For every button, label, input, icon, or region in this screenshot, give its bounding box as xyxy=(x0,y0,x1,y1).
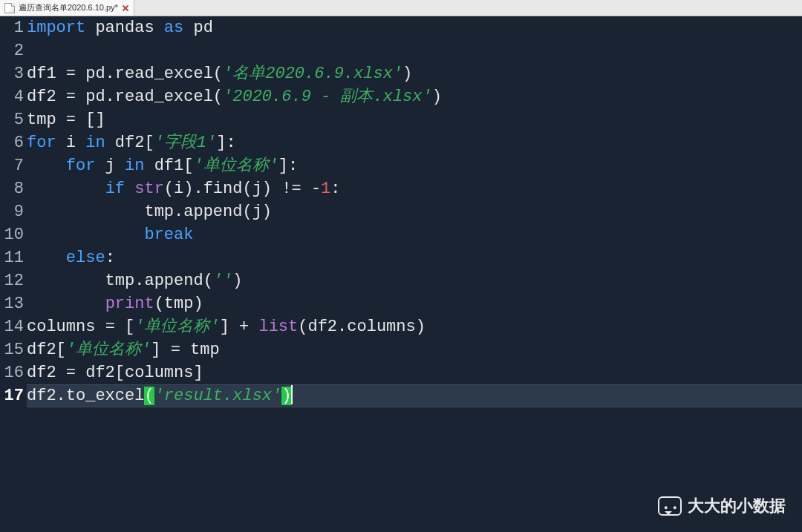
line-number: 16 xyxy=(0,361,24,384)
code-line[interactable]: if str(i).find(j) != -1: xyxy=(27,177,802,200)
token-punct: ) xyxy=(402,65,412,83)
token-ident: : xyxy=(330,180,340,198)
code-line[interactable]: for j in df1['单位名称']: xyxy=(27,154,802,177)
code-line[interactable]: df2 = pd.read_excel('2020.6.9 - 副本.xlsx'… xyxy=(27,85,802,108)
token-ident xyxy=(27,180,105,198)
watermark: ● ● 大大的小数据 xyxy=(658,495,786,517)
token-ident: (df2.columns) xyxy=(298,318,426,336)
token-punct: ) xyxy=(432,88,442,106)
code-line[interactable]: tmp = [] xyxy=(27,108,802,131)
token-paren-hl: ) xyxy=(281,387,291,405)
code-line[interactable]: else: xyxy=(27,246,802,269)
token-punct: = xyxy=(66,88,76,106)
code-line[interactable]: for i in df2['字段1']: xyxy=(27,131,802,154)
line-number: 9 xyxy=(0,200,24,223)
token-ident: pd.read_excel( xyxy=(76,65,223,83)
token-num: 1 xyxy=(321,180,330,198)
code-line[interactable]: df2 = df2[columns] xyxy=(27,361,802,384)
token-ident: tmp.append(j) xyxy=(27,203,272,221)
text-cursor xyxy=(291,385,293,404)
token-ident xyxy=(27,295,105,313)
token-str: '单位名称' xyxy=(193,157,278,175)
token-str: '字段1' xyxy=(154,134,217,152)
line-number: 12 xyxy=(0,269,24,292)
token-punct: = xyxy=(66,364,76,382)
token-str: '单位名称' xyxy=(66,341,151,359)
tab-filename: 遍历查询名单2020.6.10.py* xyxy=(19,2,118,13)
token-punct: = xyxy=(105,318,115,336)
line-number-gutter: 1234567891011121314151617 xyxy=(0,16,27,532)
token-str: '单位名称' xyxy=(134,318,219,336)
line-number: 2 xyxy=(0,39,24,62)
token-str: 'result.xlsx' xyxy=(154,387,282,405)
line-number: 11 xyxy=(0,246,24,269)
token-ident: tmp.append( xyxy=(27,272,213,290)
line-number: 14 xyxy=(0,315,24,338)
token-ident: [] xyxy=(76,111,105,129)
line-number: 1 xyxy=(0,16,24,39)
token-ident: df2.to_excel xyxy=(27,387,144,405)
token-kw-break: break xyxy=(144,226,193,244)
token-str: '' xyxy=(213,272,232,290)
token-kw-in: in xyxy=(85,134,105,152)
token-ident: df2 xyxy=(27,88,66,106)
token-ident: (tmp) xyxy=(154,295,203,313)
token-ident: tmp xyxy=(27,111,66,129)
line-number: 7 xyxy=(0,154,24,177)
token-ident: pd.read_excel( xyxy=(76,88,223,106)
close-icon[interactable] xyxy=(122,4,129,12)
line-number: 17 xyxy=(0,384,24,407)
code-line[interactable]: tmp.append('') xyxy=(27,269,802,292)
token-paren-hl: ( xyxy=(144,387,154,405)
line-number: 10 xyxy=(0,223,24,246)
token-ident: tmp xyxy=(180,341,220,359)
token-ident: columns xyxy=(27,318,105,336)
code-line[interactable]: import pandas as pd xyxy=(27,16,802,39)
code-editor[interactable]: 1234567891011121314151617 import pandas … xyxy=(0,16,802,532)
line-number: 8 xyxy=(0,177,24,200)
token-builtin: list xyxy=(258,318,298,336)
file-icon xyxy=(4,3,15,13)
token-ident: pandas xyxy=(85,19,164,37)
watermark-text: 大大的小数据 xyxy=(688,495,786,517)
code-line[interactable]: df2.to_excel('result.xlsx') xyxy=(27,384,802,407)
token-punct: = xyxy=(66,65,76,83)
line-number: 6 xyxy=(0,131,24,154)
tab-bar: 遍历查询名单2020.6.10.py* xyxy=(0,0,802,16)
token-ident: ]: xyxy=(278,157,298,175)
token-ident: ] + xyxy=(220,318,259,336)
token-ident: [ xyxy=(115,318,134,336)
token-ident: ] xyxy=(151,341,170,359)
token-str: '2020.6.9 - 副本.xlsx' xyxy=(223,88,432,106)
token-kw-for: for xyxy=(27,134,56,152)
token-ident: ) xyxy=(232,272,242,290)
token-kw-else: else xyxy=(66,249,105,267)
token-ident: (i).find(j) != - xyxy=(164,180,321,198)
token-punct: = xyxy=(171,341,180,359)
token-ident: : xyxy=(105,249,115,267)
code-line[interactable]: columns = ['单位名称'] + list(df2.columns) xyxy=(27,315,802,338)
code-line[interactable] xyxy=(27,39,802,62)
token-punct: = xyxy=(66,111,76,129)
token-ident: df2[ xyxy=(27,341,66,359)
line-number: 13 xyxy=(0,292,24,315)
token-kw-in: in xyxy=(125,157,144,175)
token-ident: df2[columns] xyxy=(76,364,203,382)
token-ident: ]: xyxy=(216,134,235,152)
code-line[interactable]: df1 = pd.read_excel('名单2020.6.9.xlsx') xyxy=(27,62,802,85)
code-line[interactable]: print(tmp) xyxy=(27,292,802,315)
file-tab[interactable]: 遍历查询名单2020.6.10.py* xyxy=(0,0,134,16)
token-kw-if: if xyxy=(105,180,125,198)
code-line[interactable]: tmp.append(j) xyxy=(27,200,802,223)
token-ident: df2 xyxy=(27,364,66,382)
token-ident xyxy=(27,249,66,267)
code-line[interactable]: df2['单位名称'] = tmp xyxy=(27,338,802,361)
token-str: '名单2020.6.9.xlsx' xyxy=(223,65,402,83)
wechat-icon: ● ● xyxy=(658,496,682,516)
token-ident xyxy=(27,157,66,175)
token-ident: df1 xyxy=(27,65,66,83)
code-line[interactable]: break xyxy=(27,223,802,246)
code-area[interactable]: import pandas as pd df1 = pd.read_excel(… xyxy=(27,16,802,532)
line-number: 3 xyxy=(0,62,24,85)
token-ident xyxy=(125,180,134,198)
